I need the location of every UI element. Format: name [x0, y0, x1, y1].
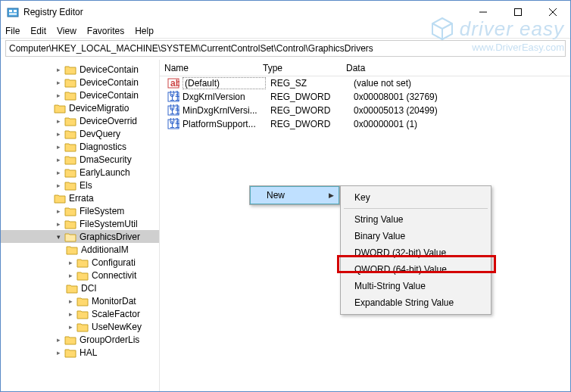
tree-panel[interactable]: ▸DeviceContain▸DeviceContain▸DeviceConta…	[1, 60, 160, 391]
tree-item[interactable]: ▸DevQuery	[1, 127, 159, 140]
tree-item-label: GroupOrderLis	[80, 334, 139, 345]
tree-item[interactable]: ▸HAL	[1, 346, 159, 359]
folder-icon	[64, 180, 76, 191]
tree-item[interactable]: ▸DeviceContain	[1, 76, 159, 89]
menu-view[interactable]: View	[57, 26, 76, 36]
folder-icon	[76, 309, 89, 319]
value-name: (Default)	[183, 77, 266, 89]
tree-item-label: EarlyLaunch	[80, 167, 130, 178]
col-type[interactable]: Type	[258, 63, 342, 73]
tree-item-label: Connectivit	[92, 270, 136, 281]
folder-icon	[64, 154, 76, 165]
tree-item[interactable]: AdditionalM	[1, 243, 159, 256]
folder-icon	[66, 244, 78, 255]
tree-item[interactable]: ▸FileSystemUtil	[1, 217, 159, 230]
tree-item[interactable]: ▸ScaleFactor	[1, 307, 159, 320]
value-data: 0x00005013 (20499)	[349, 105, 570, 116]
tree-item[interactable]: ▸MonitorDat	[1, 294, 159, 307]
folder-icon	[64, 206, 76, 216]
tree-item[interactable]: ▸EarlyLaunch	[1, 166, 159, 179]
tree-item[interactable]: ▸Diagnostics	[1, 140, 159, 153]
svg-rect-2	[14, 10, 17, 12]
menu-file[interactable]: File	[5, 26, 20, 36]
tree-item[interactable]: DCI	[1, 282, 159, 294]
value-name: MinDxgKrnlVersi...	[183, 105, 266, 116]
minimize-button[interactable]	[466, 1, 501, 23]
menubar: File Edit View Favorites Help	[1, 23, 570, 39]
svg-rect-1	[9, 10, 12, 12]
col-data[interactable]: Data	[342, 63, 570, 73]
maximize-button[interactable]	[501, 1, 535, 23]
folder-icon	[76, 296, 89, 306]
folder-icon	[64, 129, 76, 139]
context-menu-primary: New ▶	[249, 185, 340, 205]
tree-item-label: Configurati	[92, 257, 136, 268]
tree-item-label: FileSystem	[80, 206, 124, 216]
col-name[interactable]: Name	[160, 63, 258, 73]
folder-icon	[64, 219, 76, 229]
tree-item[interactable]: ▸Els	[1, 179, 159, 191]
ctx-item-key[interactable]: Key	[341, 189, 491, 206]
value-data: (value not set)	[349, 78, 570, 89]
folder-icon	[64, 116, 76, 126]
value-row[interactable]: ab(Default)REG_SZ(value not set)	[160, 76, 570, 90]
tree-item[interactable]: ▸FileSystem	[1, 204, 159, 217]
menu-help[interactable]: Help	[135, 26, 154, 36]
tree-item-label: Errata	[69, 193, 94, 204]
columns-header: Name Type Data	[160, 60, 570, 76]
tree-item[interactable]: ▸DeviceOverrid	[1, 114, 159, 127]
ctx-item-multi[interactable]: Multi-String Value	[341, 278, 491, 294]
tree-item[interactable]: ▸Configurati	[1, 256, 159, 269]
tree-item-label: HAL	[80, 347, 97, 358]
ctx-item-dword[interactable]: DWORD (32-bit) Value	[341, 244, 491, 261]
tree-item[interactable]: ▸GroupOrderLis	[1, 333, 159, 346]
string-value-icon: ab	[167, 77, 179, 89]
folder-icon	[76, 322, 89, 332]
tree-item[interactable]: ▸DeviceContain	[1, 63, 159, 76]
svg-rect-0	[8, 8, 18, 17]
context-item-new[interactable]: New ▶	[250, 186, 339, 204]
tree-item[interactable]: ▸Connectivit	[1, 269, 159, 282]
close-button[interactable]	[535, 1, 570, 23]
tree-item-label: Els	[80, 180, 92, 191]
folder-icon	[64, 64, 76, 75]
titlebar: Registry Editor	[1, 1, 570, 23]
svg-text:ab: ab	[170, 78, 179, 89]
folder-icon	[76, 257, 89, 268]
ctx-item-qword[interactable]: QWORD (64-bit) Value	[341, 261, 491, 278]
submenu-arrow-icon: ▶	[329, 191, 334, 199]
context-item-label: New	[267, 190, 285, 201]
ctx-item-string[interactable]: String Value	[341, 211, 491, 228]
value-row[interactable]: 011110PlatformSupport...REG_DWORD0x00000…	[160, 117, 570, 131]
tree-item-label: DeviceOverrid	[80, 116, 137, 126]
svg-rect-3	[9, 13, 17, 15]
tree-item-label: DeviceMigratio	[69, 103, 129, 114]
value-type: REG_DWORD	[266, 119, 349, 129]
tree-item[interactable]: ▸UseNewKey	[1, 320, 159, 333]
svg-rect-5	[515, 9, 522, 16]
tree-item[interactable]: ▸DeviceContain	[1, 89, 159, 101]
value-row[interactable]: 011110DxgKrnlVersionREG_DWORD0x00008001 …	[160, 90, 570, 104]
tree-item-label: DevQuery	[80, 129, 120, 139]
tree-item-label: DCI	[81, 283, 97, 294]
tree-item-label: DeviceContain	[80, 77, 139, 88]
tree-item-label: DeviceContain	[80, 64, 139, 75]
tree-item[interactable]: DeviceMigratio	[1, 101, 159, 114]
address-bar[interactable]: Computer\HKEY_LOCAL_MACHINE\SYSTEM\Curre…	[5, 40, 566, 57]
tree-item[interactable]: Errata	[1, 191, 159, 204]
dword-value-icon: 011110	[167, 104, 179, 117]
value-row[interactable]: 011110MinDxgKrnlVersi...REG_DWORD0x00005…	[160, 104, 570, 117]
dword-value-icon: 011110	[167, 118, 179, 130]
ctx-item-expand[interactable]: Expandable String Value	[341, 294, 491, 311]
tree-item[interactable]: ▸DmaSecurity	[1, 153, 159, 166]
value-type: REG_SZ	[266, 78, 349, 89]
address-text: Computer\HKEY_LOCAL_MACHINE\SYSTEM\Curre…	[9, 43, 373, 54]
tree-item[interactable]: ▾GraphicsDriver	[1, 230, 159, 243]
folder-icon	[76, 270, 89, 281]
menu-edit[interactable]: Edit	[30, 26, 46, 36]
regedit-icon	[7, 6, 19, 18]
menu-favorites[interactable]: Favorites	[87, 26, 124, 36]
tree-item-label: DmaSecurity	[80, 154, 132, 165]
ctx-item-binary[interactable]: Binary Value	[341, 228, 491, 244]
context-menu-new-submenu: Key String Value Binary Value DWORD (32-…	[340, 185, 491, 315]
